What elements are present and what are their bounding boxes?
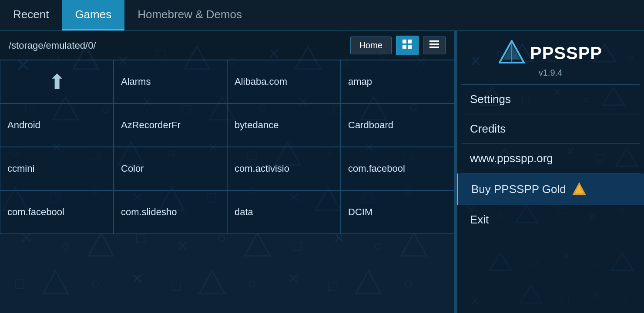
credits-label: Credits [470,122,506,136]
settings-label: Settings [470,93,511,106]
ppsspp-logo-icon [499,40,525,66]
navigate-up-button[interactable]: ⬆ [0,60,114,103]
list-item[interactable]: ccmini [0,147,114,190]
tab-games[interactable]: Games [62,0,124,30]
list-item[interactable]: Cardboard [341,103,454,147]
file-browser: ✕ ○ ✕ □ ○ ✕ □ ○ ✕ □ ○ ✕ □ ○ ✕ □ ○ ○ [0,31,455,313]
version-label: v1.9.4 [539,68,562,78]
list-item[interactable]: Alibaba.com [227,60,341,103]
app-title: PPSSPP [530,43,602,63]
up-arrow-icon: ⬆ [48,70,66,94]
list-item[interactable]: amap [341,60,454,103]
list-item[interactable]: Color [114,147,227,190]
list-item[interactable]: com.slidesho [114,190,227,234]
sidebar-divider [461,173,640,173]
list-item[interactable]: data [227,190,341,234]
list-view-button[interactable] [423,37,446,54]
file-grid: ⬆ Alarms Alibaba.com amap Android AzReco… [0,60,454,234]
list-item[interactable]: DCIM [341,190,454,234]
list-item[interactable]: Android [0,103,114,147]
svg-rect-68 [408,40,412,43]
path-controls: Home [350,36,446,55]
sidebar-divider [461,205,640,205]
gold-label: Buy PPSSPP Gold [471,183,566,196]
tab-homebrew[interactable]: Homebrew & Demos [124,0,255,30]
website-label: www.ppsspp.org [470,152,553,165]
sidebar-item-website[interactable]: www.ppsspp.org [457,144,644,173]
list-item[interactable]: com.facebool [341,147,454,190]
svg-rect-71 [429,40,439,42]
grid-view-button[interactable] [396,36,419,55]
list-item[interactable]: com.facebool [0,190,114,234]
list-item[interactable]: Alarms [114,60,227,103]
logo-area: PPSSPP v1.9.4 [457,31,644,84]
exit-label: Exit [470,213,489,226]
sidebar-divider [461,114,640,114]
logo-row: PPSSPP [499,40,602,66]
svg-rect-69 [402,45,406,49]
home-button[interactable]: Home [350,37,392,54]
sidebar: ✕ ○ □ ✕ ○ ○ □ ✕ ○ □ ○ ✕ □ ✕ ○ □ ✕ ○ □ [457,31,644,313]
list-item[interactable]: AzRecorderFr [114,103,227,147]
svg-rect-73 [429,47,439,48]
sidebar-item-exit[interactable]: Exit [457,205,644,234]
list-item[interactable]: com.activisio [227,147,341,190]
sidebar-item-settings[interactable]: Settings [457,85,644,114]
sidebar-menu: Settings Credits www.ppsspp.org Buy PPSS… [457,85,644,313]
list-item[interactable]: bytedance [227,103,341,147]
svg-rect-70 [408,45,412,49]
vertical-divider [455,31,457,313]
gold-ppsspp-icon [571,181,587,197]
sidebar-item-gold[interactable]: Buy PPSSPP Gold [457,173,644,205]
svg-rect-67 [402,40,406,43]
header-tabs: Recent Games Homebrew & Demos [0,0,644,31]
sidebar-item-credits[interactable]: Credits [457,114,644,143]
current-path: /storage/emulated/0/ [9,40,96,51]
sidebar-divider [461,143,640,144]
path-bar: /storage/emulated/0/ Home [0,31,454,60]
svg-rect-72 [429,43,439,45]
grid-container: ⬆ Alarms Alibaba.com amap Android AzReco… [0,60,454,313]
tab-recent[interactable]: Recent [0,0,62,30]
main-area: ✕ ○ ✕ □ ○ ✕ □ ○ ✕ □ ○ ✕ □ ○ ✕ □ ○ ○ [0,31,644,313]
